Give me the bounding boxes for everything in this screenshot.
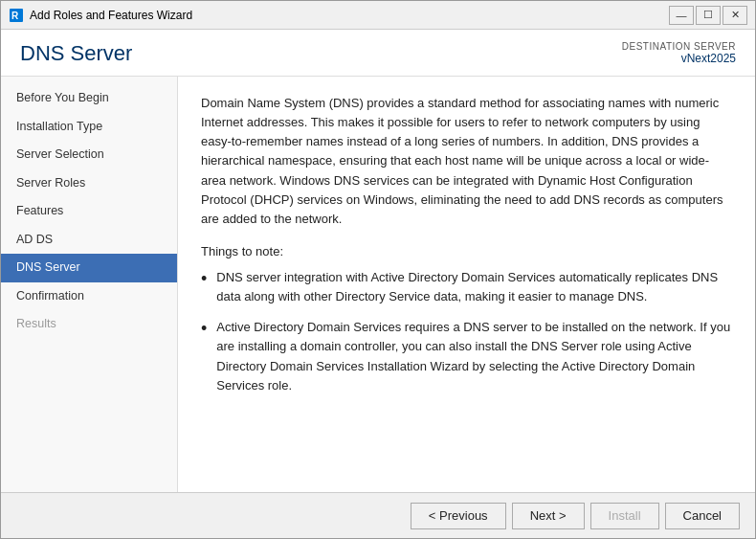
cancel-button[interactable]: Cancel [665, 503, 740, 529]
next-button[interactable]: Next > [512, 503, 585, 529]
install-button[interactable]: Install [590, 503, 659, 529]
sidebar-item-server-roles[interactable]: Server Roles [1, 169, 177, 198]
app-icon: R [9, 8, 24, 23]
title-bar-text: Add Roles and Features Wizard [30, 9, 669, 22]
main-content: Domain Name System (DNS) provides a stan… [178, 77, 755, 492]
close-button[interactable]: ✕ [723, 6, 747, 25]
destination-server: vNext2025 [622, 52, 736, 65]
content-area: Before You BeginInstallation TypeServer … [1, 77, 755, 492]
maximize-button[interactable]: ☐ [696, 6, 721, 25]
sidebar: Before You BeginInstallation TypeServer … [1, 77, 178, 492]
sidebar-item-results: Results [1, 310, 177, 339]
sidebar-item-server-selection[interactable]: Server Selection [1, 141, 177, 169]
bullet-list: •DNS server integration with Active Dire… [201, 268, 732, 395]
destination-label: DESTINATION SERVER [622, 41, 736, 52]
destination-info: DESTINATION SERVER vNext2025 [622, 41, 736, 65]
sidebar-item-ad-ds[interactable]: AD DS [1, 226, 177, 255]
wizard-footer: < Previous Next > Install Cancel [1, 492, 755, 538]
sidebar-item-dns-server[interactable]: DNS Server [1, 254, 177, 282]
bullet-dot: • [201, 316, 207, 343]
bullet-text-0: DNS server integration with Active Direc… [216, 268, 732, 306]
minimize-button[interactable]: — [669, 6, 694, 25]
wizard-window: R Add Roles and Features Wizard — ☐ ✕ DN… [0, 0, 756, 539]
intro-paragraph: Domain Name System (DNS) provides a stan… [201, 94, 732, 229]
window-controls: — ☐ ✕ [669, 6, 747, 25]
page-header: DNS Server DESTINATION SERVER vNext2025 [1, 30, 755, 77]
sidebar-item-installation-type[interactable]: Installation Type [1, 113, 177, 142]
svg-text:R: R [11, 11, 19, 21]
things-to-note-heading: Things to note: [201, 244, 732, 258]
bullet-dot: • [201, 266, 207, 293]
bullet-item-0: •DNS server integration with Active Dire… [201, 268, 732, 306]
sidebar-item-features[interactable]: Features [1, 197, 177, 226]
sidebar-item-before-you-begin[interactable]: Before You Begin [1, 84, 177, 113]
sidebar-item-confirmation[interactable]: Confirmation [1, 282, 177, 311]
previous-button[interactable]: < Previous [411, 503, 506, 529]
bullet-text-1: Active Directory Domain Services require… [216, 318, 732, 395]
bullet-item-1: •Active Directory Domain Services requir… [201, 318, 732, 395]
title-bar: R Add Roles and Features Wizard — ☐ ✕ [1, 1, 755, 30]
page-title: DNS Server [20, 41, 132, 66]
